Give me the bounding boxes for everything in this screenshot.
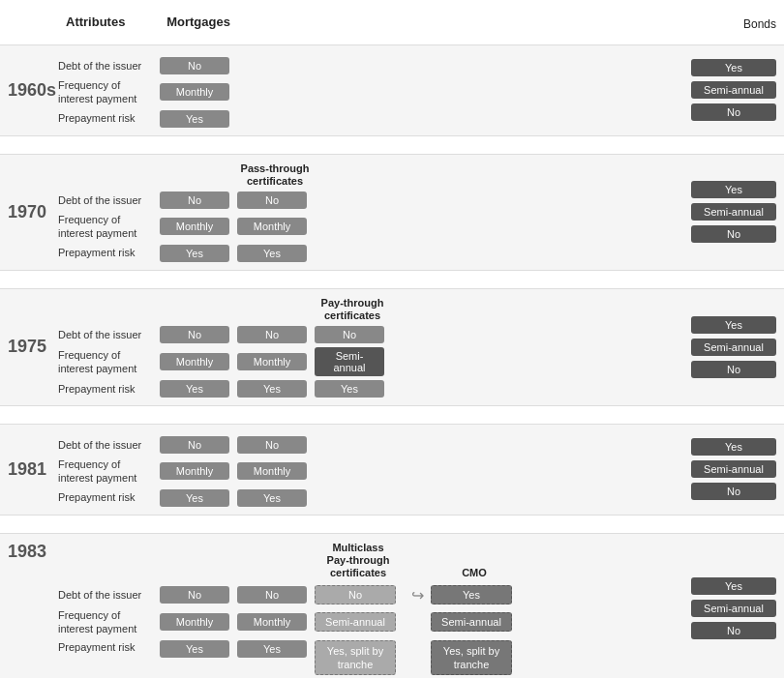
era-1970-label: 1970: [0, 162, 58, 262]
row-prepay-1981: Prepayment risk Yes Yes: [58, 489, 784, 507]
era-1981: 1981 Debt of the issuer No No Frequency …: [0, 424, 784, 516]
bonds-col-1970: Yes Semi-annual No: [691, 155, 776, 270]
row-prepay-1960: Prepayment risk Yes: [58, 110, 784, 128]
era-1981-label: 1981: [0, 432, 58, 507]
row-freq-1960: Frequency of interest payment Monthly: [58, 78, 784, 106]
row-debt-1975: Debt of the issuer No No No: [58, 326, 784, 343]
row-debt-1981: Debt of the issuer No No: [58, 436, 784, 454]
era-1975-label: 1975: [0, 297, 58, 398]
bonds-col-1981: Yes Semi-annual No: [691, 425, 776, 515]
global-header: Attributes Mortgages Bonds: [0, 10, 784, 44]
row-prepay-1975: Prepayment risk Yes Yes Yes: [58, 380, 784, 398]
bonds-col-1960: Yes Semi-annual No: [691, 45, 776, 135]
era-1983-label: 1983: [0, 542, 58, 562]
main-container: Attributes Mortgages Bonds 1960s Debt of…: [0, 0, 784, 678]
era-1981-content: Debt of the issuer No No Frequency of in…: [58, 432, 784, 507]
bonds-col-1983: Yes Semi-annual No: [691, 534, 776, 678]
bonds-header: Bonds: [743, 17, 776, 31]
row-freq-1975: Frequency of interest payment Monthly Mo…: [58, 347, 784, 376]
col-header-cmo-1983: CMO: [431, 567, 518, 579]
era-1983: 1983 MulticlassPay-throughcertificates C…: [0, 533, 784, 678]
era-1970: 1970 Pass-throughcertificates Debt of th…: [0, 154, 784, 271]
row-prepay-1983: Prepayment risk Yes Yes Yes, split by tr…: [58, 640, 784, 676]
row-freq-1983: Frequency of interest payment Monthly Mo…: [58, 608, 784, 636]
row-freq-1970: Frequency of interest payment Monthly Mo…: [58, 213, 784, 241]
row-debt-1960: Debt of the issuer No: [58, 57, 784, 74]
row-debt-1983: Debt of the issuer No No No ↪ Yes: [58, 585, 784, 604]
era-1960s-label: 1960s: [0, 53, 58, 128]
era-1975-content: Pay-throughcertificates Debt of the issu…: [58, 297, 784, 398]
era-1983-content: MulticlassPay-throughcertificates CMO De…: [58, 542, 784, 676]
row-debt-1970: Debt of the issuer No No: [58, 192, 784, 209]
mortgages-header: Mortgages: [160, 15, 237, 43]
attributes-header: Attributes: [58, 15, 160, 43]
era-1960s: 1960s Debt of the issuer No Frequency of…: [0, 44, 784, 136]
bonds-col-1975: Yes Semi-annual No: [691, 289, 776, 405]
col-header-passthrough-1970: Pass-throughcertificates: [237, 162, 313, 188]
row-freq-1981: Frequency of interest payment Monthly Mo…: [58, 457, 784, 486]
era-1970-content: Pass-throughcertificates Debt of the iss…: [58, 162, 784, 262]
era-1960s-content: Debt of the issuer No Frequency of inter…: [58, 53, 784, 128]
curve-arrow: ↪: [404, 586, 431, 604]
col-header-multiclass-1983: MulticlassPay-throughcertificates: [315, 542, 402, 580]
row-prepay-1970: Prepayment risk Yes Yes: [58, 245, 784, 262]
col-header-paythrough-1975: Pay-throughcertificates: [315, 297, 390, 322]
year-col-spacer: [0, 15, 58, 43]
era-1975: 1975 Pay-throughcertificates Debt of the…: [0, 288, 784, 406]
